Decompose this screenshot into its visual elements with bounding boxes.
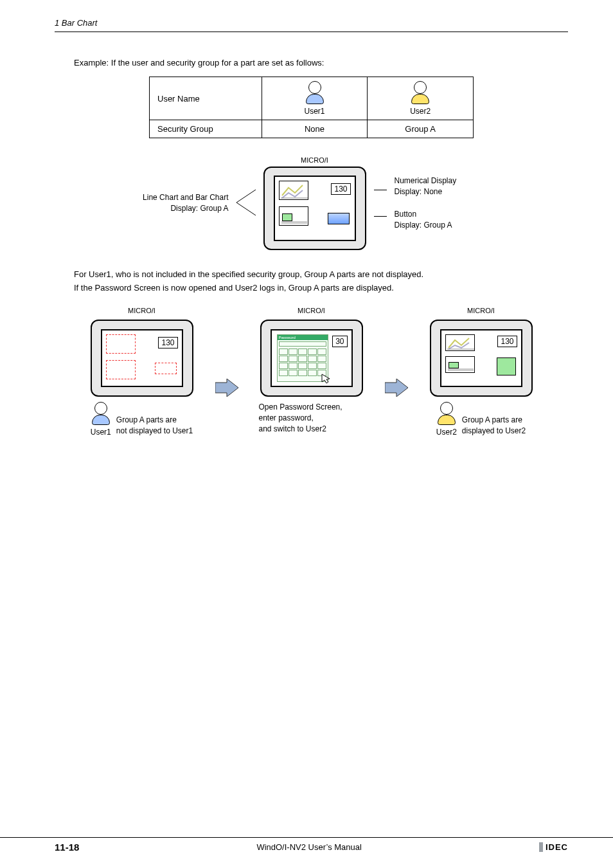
svg-marker-4 [322,374,330,383]
arrow-right-icon [385,379,408,397]
seq-user1-label: User1 [91,428,111,437]
device-title: MICRO/I [301,156,328,164]
security-user2: Group A [368,120,474,138]
svg-marker-3 [215,379,238,397]
example-intro: Example: If the user and security group … [74,58,568,68]
device-title: MICRO/I [128,307,155,314]
user-icon [91,402,111,426]
seq-cap2b: enter password, [259,413,342,424]
left-callout-1: Line Chart and Bar Chart [132,192,229,203]
left-callout-2: Display: Group A [132,203,229,214]
callout-line-icon [236,183,256,222]
seq-cap2c: and switch to User2 [259,424,342,435]
page-footer: 11-18 WindO/I-NV2 User’s Manual IDEC [0,837,613,853]
user1-label: User1 [304,107,324,116]
hmi-button-icon [497,357,516,375]
password-header: Password [278,335,328,340]
seq-user2-label: User2 [436,428,457,437]
manual-title: WindO/I-NV2 User’s Manual [256,842,362,852]
seq-cap3a: Group A parts are [462,415,526,426]
seq-cap3b: displayed to User2 [462,426,526,437]
seq-cap1a: Group A parts are [116,415,193,426]
right-callout-1b: Display: None [395,186,491,197]
security-user1: None [262,120,368,138]
svg-line-0 [236,190,256,203]
paragraph-2: If the Password Screen is now opened and… [74,283,568,293]
device-title: MICRO/I [298,307,325,314]
page-number: 11-18 [55,842,79,853]
row-username-label: User Name [150,77,262,120]
numeric-display: 130 [497,336,517,347]
seq-cap1b: not displayed to User1 [116,426,193,437]
svg-marker-5 [385,379,408,397]
user2-label: User2 [410,107,431,116]
paragraph-1: For User1, who is not included in the sp… [74,269,568,279]
numeric-display: 30 [332,336,347,347]
right-callout-1a: Numerical Display [395,176,491,186]
row-security-label: Security Group [150,120,262,138]
running-header: 1 Bar Chart [55,18,568,32]
line-chart-icon [280,181,309,201]
user-security-table: User Name User1 User2 Security Group Non… [149,77,474,138]
cursor-icon [321,373,332,384]
user-icon [305,81,324,105]
main-diagram: Line Chart and Bar Chart Display: Group … [55,156,568,250]
right-callout-2b: Display: Group A [395,220,491,231]
hmi-button-icon [328,213,350,224]
svg-line-1 [236,203,256,215]
brand-logo: IDEC [539,842,568,852]
line-chart-icon [446,335,475,352]
device-title: MICRO/I [467,307,495,314]
seq-cap2a: Open Password Screen, [259,402,342,413]
user-icon [437,402,456,426]
user-icon [411,81,430,105]
arrow-right-icon [215,379,238,397]
numeric-display: 130 [158,337,177,348]
numeric-display: 130 [331,183,350,195]
right-callout-2a: Button [395,209,491,220]
sequence-diagram: MICRO/I 130 User1 Group A parts are not … [55,307,568,437]
